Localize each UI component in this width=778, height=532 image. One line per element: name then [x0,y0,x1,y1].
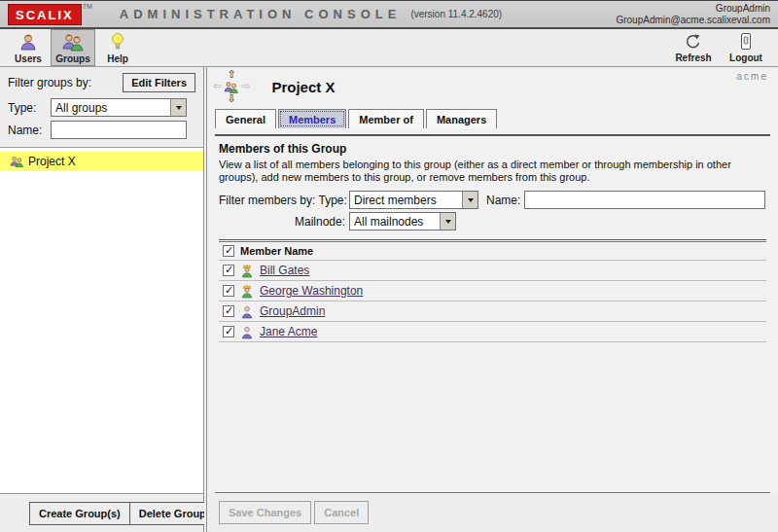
mailnode-value: All mailnodes [350,215,440,229]
main-toolbar: Users Groups [0,29,778,67]
detail-footer: Save Changes Cancel [207,493,778,532]
group-icon [10,155,24,168]
groups-label: Groups [55,53,90,64]
member-type-label: Type: [318,194,346,207]
member-link[interactable]: Jane Acme [260,325,317,338]
admin-user-icon [240,284,254,299]
member-type-select[interactable]: Direct members [349,191,478,209]
members-table: Member Name [219,239,766,342]
section-description: View a list of all members belonging to … [219,159,766,184]
select-all-checkbox[interactable] [223,245,234,257]
edit-filters-button[interactable]: Edit Filters [123,73,195,92]
tab-managers[interactable]: Managers [426,109,497,128]
logout-button[interactable]: Logout [720,29,772,66]
group-title-row: ⇧ ⇦ ⇨ ⇩ [207,67,778,106]
create-groups-button[interactable]: Create Group(s) [29,502,130,525]
cancel-button[interactable]: Cancel [314,501,369,524]
member-row: George Washington [219,281,766,301]
group-tabs: General Members Member of Managers [207,106,778,128]
users-label: Users [15,53,42,64]
refresh-label: Refresh [675,53,711,63]
logout-label: Logout [729,53,762,63]
nav-prev-arrow[interactable]: ⇦ [213,82,222,91]
member-row: Jane Acme [219,322,766,342]
group-detail-panel: acme ⇧ ⇦ ⇨ [207,67,778,532]
user-email: GroupAdmin@acme.scalixeval.com [616,15,770,26]
record-navigator: ⇧ ⇦ ⇨ ⇩ [213,70,250,104]
help-label: Help [107,53,128,64]
user-icon [240,304,254,319]
tab-members[interactable]: Members [278,109,346,128]
mailnode-select[interactable]: All mailnodes [349,212,456,231]
member-name-input[interactable] [524,191,765,209]
members-section: Members of this Group View a list of all… [215,134,770,493]
help-button[interactable]: Help [95,29,140,66]
groups-button[interactable]: Groups [51,29,95,66]
mailnode-label: Mailnode: [219,215,345,229]
member-name-label: Name: [486,194,520,207]
trademark-label: TM [83,3,92,10]
type-label: Type: [8,101,51,115]
row-checkbox[interactable] [223,305,234,317]
logout-switch-icon [736,32,756,52]
save-changes-button[interactable]: Save Changes [219,501,311,524]
tab-member-of[interactable]: Member of [348,109,424,128]
row-checkbox[interactable] [223,285,234,297]
nav-next-arrow[interactable]: ⇨ [241,82,250,91]
group-name-input[interactable] [51,121,187,139]
filter-members-label: Filter members by: Type: [219,194,345,207]
group-list-item[interactable]: Project X [0,152,203,171]
user-icon [240,325,254,339]
org-label: acme [737,71,768,82]
tab-general[interactable]: General [215,109,276,128]
chevron-down-icon [170,99,186,116]
section-heading: Members of this Group [219,142,766,156]
scalix-logo: SCALIX [8,4,82,25]
chevron-down-icon [462,192,477,208]
group-type-select[interactable]: All groups [51,98,187,117]
members-table-header: Member Name [219,242,766,261]
group-item-label: Project X [28,155,76,168]
toolbar-right-group: Refresh Logout [667,29,772,66]
app-title: ADMINISTRATION CONSOLE [120,7,402,21]
member-link[interactable]: Bill Gates [260,264,309,277]
group-type-value: All groups [52,101,170,115]
member-type-value: Direct members [350,194,462,207]
row-checkbox[interactable] [223,326,234,337]
app-header: SCALIX TM ADMINISTRATION CONSOLE (versio… [0,1,778,29]
refresh-button[interactable]: Refresh [667,29,720,66]
groups-icon [61,31,85,53]
version-label: (version 11.4.2.4620) [410,9,502,19]
nav-down-arrow[interactable]: ⇩ [228,94,236,104]
member-row: GroupAdmin [219,301,766,322]
user-name: GroupAdmin [616,3,770,15]
admin-user-icon [240,264,254,278]
page-title: Project X [271,79,335,95]
name-label: Name: [8,124,51,137]
nav-up-arrow[interactable]: ⇧ [228,70,236,80]
help-bulb-icon [107,31,128,53]
member-link[interactable]: GroupAdmin [260,304,325,318]
sidebar-footer: Create Group(s) Delete Group(s) [0,493,203,532]
chevron-down-icon [440,213,455,230]
filter-groups-label: Filter groups by: [8,73,91,89]
refresh-icon [684,32,703,52]
member-link[interactable]: George Washington [260,284,363,298]
app-body: Filter groups by: Edit Filters Type: All… [0,67,778,532]
groups-sidebar: Filter groups by: Edit Filters Type: All… [0,67,204,532]
group-filter-panel: Filter groups by: Edit Filters Type: All… [0,67,203,148]
member-name-column-header: Member Name [240,245,313,257]
admin-console-window: SCALIX TM ADMINISTRATION CONSOLE (versio… [0,0,778,532]
logged-in-user: GroupAdmin GroupAdmin@acme.scalixeval.co… [616,3,770,26]
user-icon [18,31,39,53]
group-list: Project X [0,148,203,493]
member-row: Bill Gates [219,261,766,281]
row-checkbox[interactable] [223,265,234,276]
users-button[interactable]: Users [6,29,51,66]
tab-content: Members of this Group View a list of all… [207,128,778,493]
